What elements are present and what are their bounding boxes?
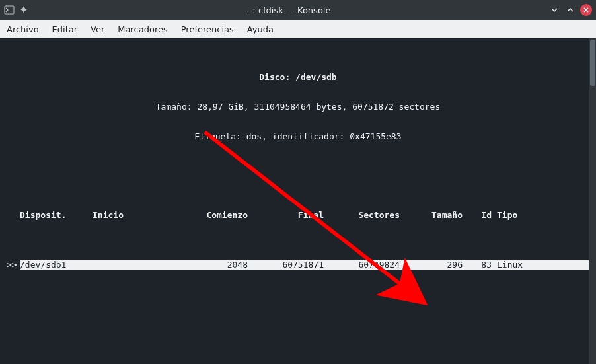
col-end: Final xyxy=(248,210,324,220)
disk-size-line: Tamaño: 28,97 GiB, 31104958464 bytes, 60… xyxy=(7,102,589,112)
menu-editar[interactable]: Editar xyxy=(52,24,78,34)
table-header: Disposit. Inicio Comienzo Final Sectores… xyxy=(7,210,589,220)
cell-id: 83 xyxy=(463,260,496,270)
table-row[interactable]: >> /dev/sdb1 2048 60751871 60749824 29G … xyxy=(7,260,589,270)
menu-ayuda[interactable]: Ayuda xyxy=(247,24,274,34)
cell-device: /dev/sdb1 xyxy=(20,260,93,270)
terminal-area[interactable]: Disco: /dev/sdb Tamaño: 28,97 GiB, 31104… xyxy=(0,38,596,364)
terminal-icon xyxy=(4,5,15,15)
menubar: Archivo Editar Ver Marcadores Preferenci… xyxy=(0,20,596,38)
cell-type: Linux xyxy=(496,260,589,270)
cell-start: 2048 xyxy=(172,260,248,270)
row-marker: >> xyxy=(7,260,20,270)
col-boot: Inicio xyxy=(93,210,172,220)
cell-size: 29G xyxy=(400,260,463,270)
scrollbar-thumb[interactable] xyxy=(590,40,595,86)
cell-boot xyxy=(93,260,172,270)
maximize-icon[interactable] xyxy=(564,4,576,16)
col-size: Tamaño xyxy=(400,210,463,220)
menu-preferencias[interactable]: Preferencias xyxy=(181,24,234,34)
disk-partlabel-line: Etiqueta: dos, identificador: 0x47155e83 xyxy=(7,131,589,141)
svg-rect-0 xyxy=(5,6,14,14)
cell-end: 60751871 xyxy=(248,260,324,270)
minimize-icon[interactable] xyxy=(548,4,560,16)
pin-icon[interactable] xyxy=(19,5,29,15)
window-title: - : cfdisk — Konsole xyxy=(29,5,548,15)
window-titlebar: - : cfdisk — Konsole xyxy=(0,0,596,20)
col-type: Tipo xyxy=(496,210,589,220)
col-sectors: Sectores xyxy=(324,210,400,220)
col-id: Id xyxy=(463,210,496,220)
close-icon[interactable] xyxy=(580,4,592,16)
col-device: Disposit. xyxy=(20,210,93,220)
menu-ver[interactable]: Ver xyxy=(91,24,104,34)
col-start: Comienzo xyxy=(172,210,248,220)
cell-sectors: 60749824 xyxy=(324,260,400,270)
menu-marcadores[interactable]: Marcadores xyxy=(118,24,167,34)
disk-label: Disco: /dev/sdb xyxy=(7,72,589,82)
menu-archivo[interactable]: Archivo xyxy=(7,24,39,34)
scrollbar[interactable] xyxy=(589,38,596,364)
